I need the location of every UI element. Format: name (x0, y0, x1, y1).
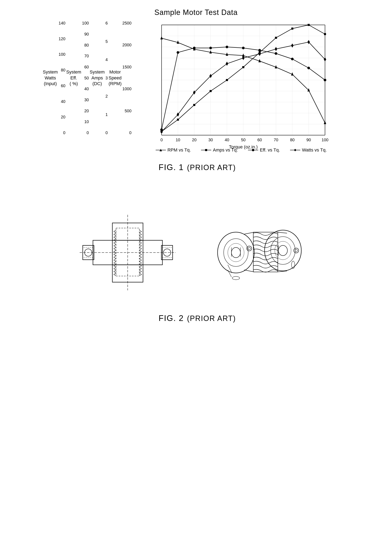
svg-point-63 (218, 232, 254, 273)
fig2-drawings (77, 210, 316, 295)
eff-marker-9 (307, 67, 310, 69)
eff-marker-6 (258, 49, 261, 51)
page: Sample Motor Test Data SystemWatts(Input… (0, 0, 392, 539)
svg-point-66 (228, 243, 244, 262)
svg-text:70: 70 (274, 138, 278, 142)
rpm-marker-4 (226, 53, 228, 56)
svg-line-88 (277, 232, 287, 233)
amps-marker-1 (177, 119, 179, 121)
svg-line-87 (244, 270, 254, 272)
svg-marker-44 (294, 149, 296, 151)
watts-marker-7 (275, 47, 277, 51)
fig2-container: FIG. 2(PRIOR ART) (12, 202, 380, 324)
svg-text:0: 0 (160, 138, 163, 142)
svg-point-75 (271, 237, 295, 265)
rpm-marker-9 (307, 88, 310, 91)
amps-marker-10 (324, 33, 326, 35)
legend-watts: Watts vs Tq. (290, 147, 327, 153)
eff-marker-5 (242, 47, 245, 49)
fig2-label: FIG. 2(PRIOR ART) (156, 310, 236, 324)
svg-point-81 (295, 249, 297, 252)
amps-marker-2 (193, 104, 195, 106)
svg-text:40: 40 (224, 138, 229, 142)
svg-point-65 (232, 247, 240, 258)
eff-marker-1 (177, 51, 179, 54)
fig2-left-drawing (77, 212, 179, 294)
svg-point-77 (275, 241, 291, 260)
legend-area: RPM vs Tq. Amps vs Tq. (149, 147, 333, 153)
legend-amps: Amps vs Tq. (201, 147, 238, 153)
svg-text:60: 60 (257, 138, 262, 142)
eff-marker-10 (324, 79, 326, 81)
svg-point-64 (224, 239, 248, 266)
svg-text:100: 100 (322, 138, 328, 142)
svg-text:50: 50 (241, 138, 245, 142)
legend-rpm: RPM vs Tq. (156, 147, 191, 153)
y-axis-3-title: SystemAmps(DC) (90, 69, 105, 87)
watts-marker-3 (209, 74, 212, 78)
amps-marker-9 (308, 24, 310, 26)
y-axis-1-title: SystemWatts(Input) (43, 69, 58, 87)
eff-marker-2 (193, 47, 195, 49)
svg-line-86 (244, 232, 254, 234)
amps-marker-8 (291, 28, 293, 30)
svg-point-76 (278, 245, 287, 256)
svg-point-72 (247, 246, 252, 251)
fig1-container: Sample Motor Test Data SystemWatts(Input… (12, 8, 380, 173)
svg-text:30: 30 (208, 138, 213, 142)
svg-point-80 (294, 248, 299, 253)
y-axis-2-title: SystemEff.( %) (66, 69, 81, 87)
watts-marker-4 (226, 62, 228, 66)
eff-marker-8 (291, 58, 294, 60)
svg-point-73 (248, 247, 251, 250)
svg-point-71 (232, 276, 240, 280)
y-axis-4-title: MotorSpeed(RPM) (108, 69, 121, 87)
svg-text:20: 20 (192, 138, 196, 142)
amps-marker-5 (242, 66, 244, 68)
eff-marker-7 (275, 52, 277, 55)
rpm-marker-0 (160, 36, 163, 39)
svg-text:10: 10 (175, 138, 180, 142)
svg-point-42 (252, 149, 254, 151)
svg-rect-40 (205, 149, 207, 151)
watts-marker-9 (307, 40, 310, 44)
svg-text:90: 90 (306, 138, 311, 142)
svg-text:80: 80 (290, 138, 294, 142)
eff-marker-4 (226, 46, 228, 48)
amps-marker-7 (275, 37, 277, 39)
chart-svg: 0 10 20 30 40 50 60 70 80 90 100 Torque … (149, 21, 333, 143)
amps-marker-3 (210, 90, 212, 92)
chart-title: Sample Motor Test Data (155, 8, 238, 17)
eff-marker-3 (209, 47, 212, 49)
fig1-label: FIG. 1(PRIOR ART) (156, 159, 236, 173)
legend-eff: Eff. vs Tq. (248, 147, 280, 153)
amps-marker-4 (226, 79, 228, 81)
fig2-right-drawing (203, 210, 316, 295)
